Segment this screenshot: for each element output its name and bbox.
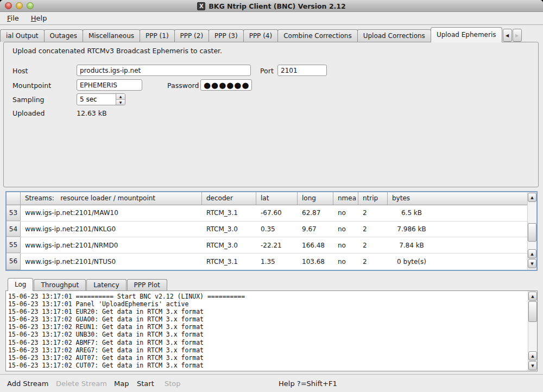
scrollbar-thumb[interactable] bbox=[528, 301, 537, 322]
tab-serial-output[interactable]: ial Output bbox=[0, 29, 45, 42]
table-vertical-scrollbar[interactable]: ▲ ▲ ▼ bbox=[527, 192, 536, 270]
tab-upload-corrections[interactable]: Upload Corrections bbox=[357, 29, 431, 42]
cell-decoder: RTCM_3.1 bbox=[202, 205, 256, 221]
header-row-number bbox=[7, 192, 21, 205]
tab-throughput[interactable]: Throughput bbox=[34, 279, 86, 290]
tab-miscellaneous[interactable]: Miscellaneous bbox=[83, 29, 140, 42]
scrollbar-thumb[interactable] bbox=[528, 223, 536, 242]
log-vertical-scrollbar[interactable]: ▲ ▲ ▼ bbox=[528, 291, 537, 371]
cell-ntrip: 2 bbox=[358, 254, 388, 270]
tab-ppp-2[interactable]: PPP (2) bbox=[174, 29, 210, 42]
cell-long: 62.87 bbox=[298, 205, 333, 221]
cell-ntrip: 2 bbox=[358, 222, 388, 237]
menu-file[interactable]: File bbox=[5, 13, 21, 23]
table-row[interactable]: 55 www.igs-ip.net:2101/NRMD0 RTCM_3.0 -2… bbox=[7, 237, 527, 254]
tab-ppp-1[interactable]: PPP (1) bbox=[140, 29, 175, 42]
upload-ephemeris-panel: Upload concatenated RTCMv3 Broadcast Eph… bbox=[3, 42, 539, 187]
status-bar: Add Stream Delete Stream Map Start Stop … bbox=[0, 374, 543, 392]
arrow-up-icon: ▲ bbox=[531, 252, 533, 256]
log-tab-bar: Log Throughput Latency PPP Plot bbox=[8, 277, 168, 291]
log-line: 15-06-23 13:17:01 Panel 'UploadEphemeris… bbox=[8, 300, 528, 308]
cell-nmea: no bbox=[333, 222, 358, 237]
arrow-down-icon: ▼ bbox=[531, 262, 533, 266]
tab-log[interactable]: Log bbox=[8, 278, 33, 291]
log-text[interactable]: 15-06-23 13:17:01 ========== Start BNC v… bbox=[6, 291, 528, 371]
table-row[interactable]: 56 www.igs-ip.net:2101/NTUS0 RTCM_3.1 1.… bbox=[7, 254, 527, 270]
header-long: long bbox=[298, 192, 333, 205]
tab-scroll-right-button: ▶ bbox=[513, 29, 522, 42]
log-line: 15-06-23 13:17:01 ========== Start BNC v… bbox=[8, 293, 528, 300]
tab-latency[interactable]: Latency bbox=[86, 279, 126, 290]
sampling-spinbox[interactable]: ▲ ▼ bbox=[77, 93, 125, 105]
help-shortcut-label: Help ?=Shift+F1 bbox=[279, 375, 337, 392]
mountpoint-input[interactable] bbox=[77, 79, 142, 91]
add-stream-button[interactable]: Add Stream bbox=[7, 375, 48, 392]
cell-lat: -67.60 bbox=[256, 205, 298, 221]
log-line: 15-06-23 13:17:01 EUR20: Get data in RTC… bbox=[8, 308, 528, 315]
scroll-up-button[interactable]: ▲ bbox=[528, 193, 536, 202]
tab-scroll-left-button[interactable]: ◀ bbox=[503, 29, 512, 42]
password-input[interactable] bbox=[200, 79, 252, 91]
arrow-up-icon: ▲ bbox=[531, 294, 534, 299]
cell-bytes: 7.84 kB bbox=[388, 237, 527, 253]
map-button[interactable]: Map bbox=[114, 375, 129, 392]
app-window: X BKG Ntrip Client (BNC) Version 2.12 Fi… bbox=[0, 0, 543, 392]
scroll-up-button[interactable]: ▲ bbox=[528, 351, 537, 361]
spin-up-button[interactable]: ▲ bbox=[116, 94, 125, 100]
tab-outages[interactable]: Outages bbox=[44, 29, 83, 42]
scroll-up-button[interactable]: ▲ bbox=[528, 249, 536, 258]
menu-bar: File Help bbox=[0, 12, 543, 25]
tab-ppp-3[interactable]: PPP (3) bbox=[209, 29, 244, 42]
tab-scroll-buttons: ◀ ▶ bbox=[503, 29, 522, 42]
row-number: 56 bbox=[7, 254, 21, 270]
title-bar[interactable]: X BKG Ntrip Client (BNC) Version 2.12 bbox=[0, 0, 543, 12]
header-lat: lat bbox=[256, 192, 298, 205]
cell-decoder: RTCM_3.1 bbox=[202, 254, 256, 270]
arrow-up-icon: ▲ bbox=[531, 195, 533, 200]
table-row[interactable]: 53 www.igs-ip.net:2101/MAW10 RTCM_3.1 -6… bbox=[7, 205, 527, 222]
scroll-up-button[interactable]: ▲ bbox=[528, 292, 537, 301]
title-group: X BKG Ntrip Client (BNC) Version 2.12 bbox=[0, 0, 543, 12]
log-line: 15-06-23 13:17:02 AUT07: Get data in RTC… bbox=[8, 354, 528, 362]
table-row[interactable]: 54 www.igs-ip.net:2101/NKLG0 RTCM_3.0 0.… bbox=[7, 222, 527, 238]
log-line: 15-06-23 13:17:02 REUN1: Get data in RTC… bbox=[8, 323, 528, 331]
uploaded-label: Uploaded bbox=[12, 109, 45, 117]
scroll-down-button[interactable]: ▼ bbox=[528, 361, 537, 370]
port-label: Port bbox=[260, 67, 274, 75]
tab-ppp-4[interactable]: PPP (4) bbox=[243, 29, 279, 42]
sampling-input[interactable] bbox=[77, 94, 116, 105]
cell-lat: -22.21 bbox=[256, 237, 298, 253]
scroll-down-button[interactable]: ▼ bbox=[528, 259, 536, 268]
arrow-down-icon: ▼ bbox=[531, 364, 534, 368]
host-input[interactable] bbox=[77, 65, 251, 76]
x11-app-icon: X bbox=[197, 2, 205, 10]
panel-description: Upload concatenated RTCMv3 Broadcast Eph… bbox=[12, 47, 222, 55]
tab-combine-corrections[interactable]: Combine Corrections bbox=[277, 29, 358, 42]
log-line: 15-06-23 13:17:02 GUAO0: Get data in RTC… bbox=[8, 315, 528, 323]
cell-ntrip: 2 bbox=[358, 237, 388, 253]
cell-nmea: no bbox=[333, 237, 358, 253]
cell-resource: www.igs-ip.net:2101/NKLG0 bbox=[21, 222, 202, 237]
header-decoder: decoder bbox=[202, 192, 256, 205]
start-button[interactable]: Start bbox=[137, 375, 154, 392]
menu-help[interactable]: Help bbox=[29, 13, 49, 23]
tab-upload-ephemeris[interactable]: Upload Ephemeris bbox=[431, 27, 502, 42]
streams-table-main: Streams: resource loader / mountpoint de… bbox=[7, 192, 527, 270]
streams-table: Streams: resource loader / mountpoint de… bbox=[5, 191, 538, 271]
uploaded-value: 12.63 kB bbox=[77, 109, 107, 117]
log-line: 15-06-23 13:17:02 UNB30: Get data in RTC… bbox=[8, 331, 528, 338]
port-input[interactable] bbox=[277, 65, 327, 76]
tab-ppp-plot[interactable]: PPP Plot bbox=[127, 279, 167, 290]
cell-long: 103.68 bbox=[298, 254, 333, 270]
arrow-up-icon: ▲ bbox=[119, 94, 122, 98]
cell-ntrip: 2 bbox=[358, 205, 388, 221]
cell-resource: www.igs-ip.net:2101/MAW10 bbox=[21, 205, 202, 221]
cell-long: 166.48 bbox=[298, 237, 333, 253]
log-line: 15-06-23 13:17:02 CUT07: Get data in RTC… bbox=[8, 362, 528, 369]
host-label: Host bbox=[12, 67, 28, 75]
cell-bytes: 0 byte(s) bbox=[388, 254, 527, 270]
cell-bytes: 7.986 kB bbox=[388, 222, 527, 237]
chevron-right-icon: ▶ bbox=[515, 33, 519, 38]
arrow-up-icon: ▲ bbox=[531, 354, 534, 358]
spin-down-button[interactable]: ▼ bbox=[116, 100, 125, 105]
